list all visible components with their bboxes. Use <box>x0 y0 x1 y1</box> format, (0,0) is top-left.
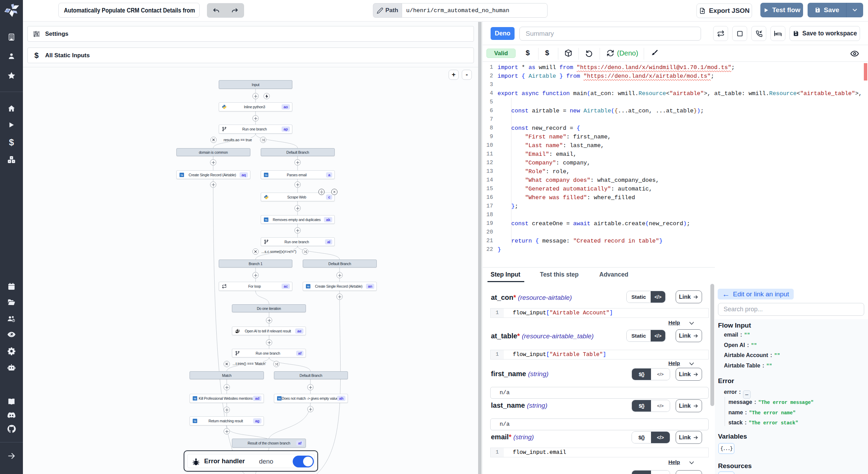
svg-text:TS: TS <box>307 286 309 288</box>
svg-text:TS: TS <box>181 174 183 176</box>
svg-text:TS: TS <box>265 174 267 176</box>
svg-text:TS: TS <box>278 398 281 400</box>
svg-text:TS: TS <box>194 420 196 422</box>
svg-text:TS: TS <box>265 219 267 221</box>
svg-text:TS: TS <box>194 398 196 400</box>
